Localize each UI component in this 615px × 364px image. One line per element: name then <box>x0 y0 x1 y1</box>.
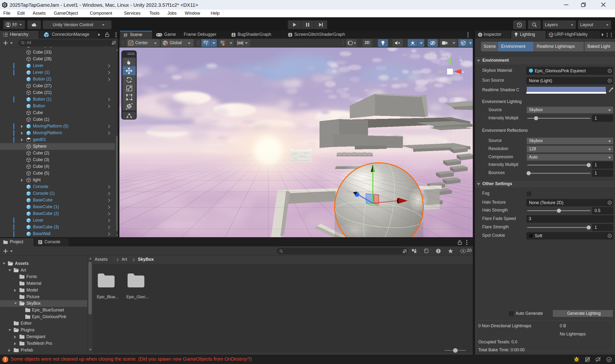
svg-text:Persp: Persp <box>447 91 460 96</box>
svg-text:Y: Y <box>206 43 208 46</box>
svg-text:{}: {} <box>551 34 553 38</box>
svg-text:y: y <box>448 54 450 59</box>
svg-text:‹: ‹ <box>443 90 444 96</box>
svg-text:x: x <box>462 70 464 74</box>
